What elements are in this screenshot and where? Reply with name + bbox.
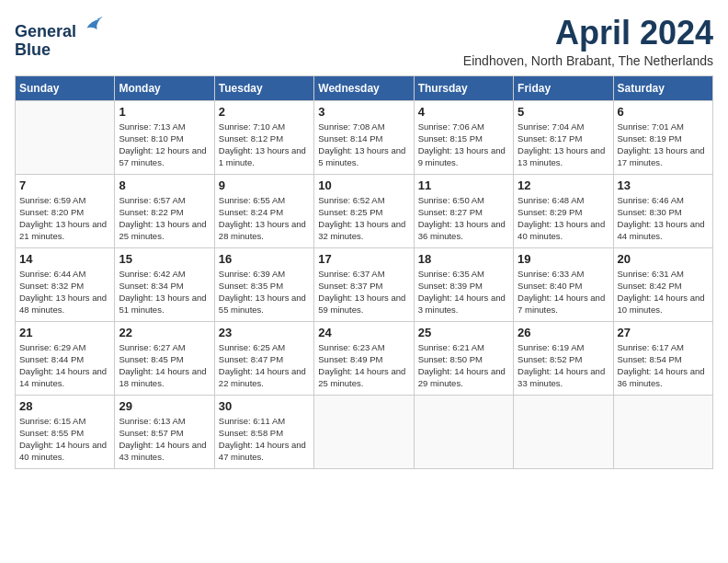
calendar-day-cell: 16Sunrise: 6:39 AMSunset: 8:35 PMDayligh… bbox=[214, 247, 313, 321]
calendar-day-cell: 2Sunrise: 7:10 AMSunset: 8:12 PMDaylight… bbox=[214, 100, 313, 174]
day-number: 21 bbox=[19, 326, 110, 339]
calendar-week-row: 14Sunrise: 6:44 AMSunset: 8:32 PMDayligh… bbox=[16, 247, 713, 321]
day-info: Sunrise: 6:42 AMSunset: 8:34 PMDaylight:… bbox=[119, 268, 210, 316]
day-info: Sunrise: 6:39 AMSunset: 8:35 PMDaylight:… bbox=[219, 268, 310, 316]
calendar-day-cell: 14Sunrise: 6:44 AMSunset: 8:32 PMDayligh… bbox=[16, 247, 115, 321]
day-info: Sunrise: 7:13 AMSunset: 8:10 PMDaylight:… bbox=[119, 121, 210, 169]
weekday-header-friday: Friday bbox=[514, 75, 613, 100]
day-number: 28 bbox=[19, 399, 110, 413]
weekday-header-monday: Monday bbox=[115, 75, 214, 100]
day-number: 12 bbox=[518, 178, 609, 192]
day-number: 18 bbox=[418, 252, 509, 266]
day-number: 3 bbox=[318, 105, 409, 119]
calendar-day-cell: 9Sunrise: 6:55 AMSunset: 8:24 PMDaylight… bbox=[214, 174, 313, 247]
calendar-day-cell: 6Sunrise: 7:01 AMSunset: 8:19 PMDaylight… bbox=[613, 100, 712, 174]
calendar-week-row: 1Sunrise: 7:13 AMSunset: 8:10 PMDaylight… bbox=[16, 100, 713, 174]
day-number: 19 bbox=[518, 252, 609, 266]
month-year-title: April 2024 bbox=[463, 15, 713, 52]
weekday-header-saturday: Saturday bbox=[613, 75, 712, 100]
day-info: Sunrise: 6:15 AMSunset: 8:55 PMDaylight:… bbox=[19, 415, 110, 464]
day-info: Sunrise: 6:21 AMSunset: 8:50 PMDaylight:… bbox=[418, 341, 509, 390]
calendar-week-row: 21Sunrise: 6:29 AMSunset: 8:44 PMDayligh… bbox=[16, 321, 713, 395]
logo-text: General bbox=[15, 15, 103, 41]
day-info: Sunrise: 6:13 AMSunset: 8:57 PMDaylight:… bbox=[119, 415, 210, 464]
calendar-day-cell: 7Sunrise: 6:59 AMSunset: 8:20 PMDaylight… bbox=[16, 174, 115, 247]
day-info: Sunrise: 7:04 AMSunset: 8:17 PMDaylight:… bbox=[518, 121, 609, 169]
day-number: 1 bbox=[119, 105, 210, 119]
day-number: 9 bbox=[219, 178, 310, 192]
day-number: 25 bbox=[418, 326, 509, 339]
logo: General Blue bbox=[15, 15, 103, 60]
calendar-day-cell: 19Sunrise: 6:33 AMSunset: 8:40 PMDayligh… bbox=[514, 247, 613, 321]
calendar-day-cell: 10Sunrise: 6:52 AMSunset: 8:25 PMDayligh… bbox=[314, 174, 414, 247]
day-info: Sunrise: 6:29 AMSunset: 8:44 PMDaylight:… bbox=[19, 341, 110, 390]
calendar-day-cell: 29Sunrise: 6:13 AMSunset: 8:57 PMDayligh… bbox=[115, 395, 214, 468]
calendar-day-cell: 22Sunrise: 6:27 AMSunset: 8:45 PMDayligh… bbox=[115, 321, 214, 395]
day-number: 22 bbox=[119, 326, 210, 339]
calendar-day-cell bbox=[16, 100, 115, 174]
logo-subtext: Blue bbox=[15, 41, 103, 60]
day-info: Sunrise: 6:50 AMSunset: 8:27 PMDaylight:… bbox=[418, 194, 509, 243]
day-number: 8 bbox=[119, 178, 210, 192]
day-info: Sunrise: 6:55 AMSunset: 8:24 PMDaylight:… bbox=[219, 194, 310, 243]
day-info: Sunrise: 6:23 AMSunset: 8:49 PMDaylight:… bbox=[318, 341, 409, 390]
calendar-day-cell: 28Sunrise: 6:15 AMSunset: 8:55 PMDayligh… bbox=[16, 395, 115, 468]
calendar-day-cell: 3Sunrise: 7:08 AMSunset: 8:14 PMDaylight… bbox=[314, 100, 414, 174]
title-block: April 2024 Eindhoven, North Brabant, The… bbox=[463, 15, 713, 68]
day-info: Sunrise: 7:01 AMSunset: 8:19 PMDaylight:… bbox=[618, 121, 709, 169]
day-info: Sunrise: 6:19 AMSunset: 8:52 PMDaylight:… bbox=[518, 341, 609, 390]
calendar-day-cell: 26Sunrise: 6:19 AMSunset: 8:52 PMDayligh… bbox=[514, 321, 613, 395]
day-number: 20 bbox=[618, 252, 709, 266]
calendar-day-cell bbox=[314, 395, 414, 468]
calendar-day-cell: 8Sunrise: 6:57 AMSunset: 8:22 PMDaylight… bbox=[115, 174, 214, 247]
day-number: 29 bbox=[119, 399, 210, 413]
calendar-week-row: 28Sunrise: 6:15 AMSunset: 8:55 PMDayligh… bbox=[16, 395, 713, 468]
day-number: 11 bbox=[418, 178, 509, 192]
day-info: Sunrise: 6:11 AMSunset: 8:58 PMDaylight:… bbox=[219, 415, 310, 464]
day-info: Sunrise: 6:37 AMSunset: 8:37 PMDaylight:… bbox=[318, 268, 409, 316]
day-number: 14 bbox=[19, 252, 110, 266]
calendar-day-cell: 11Sunrise: 6:50 AMSunset: 8:27 PMDayligh… bbox=[414, 174, 513, 247]
day-info: Sunrise: 7:10 AMSunset: 8:12 PMDaylight:… bbox=[219, 121, 310, 169]
day-info: Sunrise: 6:44 AMSunset: 8:32 PMDaylight:… bbox=[19, 268, 110, 316]
weekday-header-thursday: Thursday bbox=[414, 75, 513, 100]
calendar-week-row: 7Sunrise: 6:59 AMSunset: 8:20 PMDaylight… bbox=[16, 174, 713, 247]
calendar-day-cell: 24Sunrise: 6:23 AMSunset: 8:49 PMDayligh… bbox=[314, 321, 414, 395]
calendar-day-cell: 4Sunrise: 7:06 AMSunset: 8:15 PMDaylight… bbox=[414, 100, 513, 174]
day-info: Sunrise: 7:06 AMSunset: 8:15 PMDaylight:… bbox=[418, 121, 509, 169]
weekday-header-sunday: Sunday bbox=[16, 75, 115, 100]
calendar-day-cell: 1Sunrise: 7:13 AMSunset: 8:10 PMDaylight… bbox=[115, 100, 214, 174]
day-info: Sunrise: 6:17 AMSunset: 8:54 PMDaylight:… bbox=[618, 341, 709, 390]
day-number: 10 bbox=[318, 178, 409, 192]
day-number: 24 bbox=[318, 326, 409, 339]
day-info: Sunrise: 6:59 AMSunset: 8:20 PMDaylight:… bbox=[19, 194, 110, 243]
day-number: 17 bbox=[318, 252, 409, 266]
calendar-table: SundayMondayTuesdayWednesdayThursdayFrid… bbox=[15, 75, 713, 469]
calendar-day-cell: 21Sunrise: 6:29 AMSunset: 8:44 PMDayligh… bbox=[16, 321, 115, 395]
calendar-day-cell: 17Sunrise: 6:37 AMSunset: 8:37 PMDayligh… bbox=[314, 247, 414, 321]
weekday-header-row: SundayMondayTuesdayWednesdayThursdayFrid… bbox=[16, 75, 713, 100]
calendar-day-cell: 25Sunrise: 6:21 AMSunset: 8:50 PMDayligh… bbox=[414, 321, 513, 395]
day-number: 30 bbox=[219, 399, 310, 413]
day-info: Sunrise: 6:48 AMSunset: 8:29 PMDaylight:… bbox=[518, 194, 609, 243]
calendar-day-cell: 18Sunrise: 6:35 AMSunset: 8:39 PMDayligh… bbox=[414, 247, 513, 321]
day-info: Sunrise: 6:27 AMSunset: 8:45 PMDaylight:… bbox=[119, 341, 210, 390]
calendar-day-cell: 23Sunrise: 6:25 AMSunset: 8:47 PMDayligh… bbox=[214, 321, 313, 395]
calendar-day-cell: 13Sunrise: 6:46 AMSunset: 8:30 PMDayligh… bbox=[613, 174, 712, 247]
weekday-header-tuesday: Tuesday bbox=[214, 75, 313, 100]
day-number: 27 bbox=[618, 326, 709, 339]
calendar-day-cell bbox=[514, 395, 613, 468]
day-info: Sunrise: 6:57 AMSunset: 8:22 PMDaylight:… bbox=[119, 194, 210, 243]
day-info: Sunrise: 6:33 AMSunset: 8:40 PMDaylight:… bbox=[518, 268, 609, 316]
day-info: Sunrise: 6:31 AMSunset: 8:42 PMDaylight:… bbox=[618, 268, 709, 316]
weekday-header-wednesday: Wednesday bbox=[314, 75, 414, 100]
calendar-day-cell: 27Sunrise: 6:17 AMSunset: 8:54 PMDayligh… bbox=[613, 321, 712, 395]
day-info: Sunrise: 6:35 AMSunset: 8:39 PMDaylight:… bbox=[418, 268, 509, 316]
logo-bird-icon bbox=[81, 15, 103, 37]
calendar-day-cell: 5Sunrise: 7:04 AMSunset: 8:17 PMDaylight… bbox=[514, 100, 613, 174]
calendar-day-cell: 15Sunrise: 6:42 AMSunset: 8:34 PMDayligh… bbox=[115, 247, 214, 321]
day-info: Sunrise: 7:08 AMSunset: 8:14 PMDaylight:… bbox=[318, 121, 409, 169]
day-number: 6 bbox=[618, 105, 709, 119]
calendar-day-cell: 12Sunrise: 6:48 AMSunset: 8:29 PMDayligh… bbox=[514, 174, 613, 247]
day-info: Sunrise: 6:46 AMSunset: 8:30 PMDaylight:… bbox=[618, 194, 709, 243]
